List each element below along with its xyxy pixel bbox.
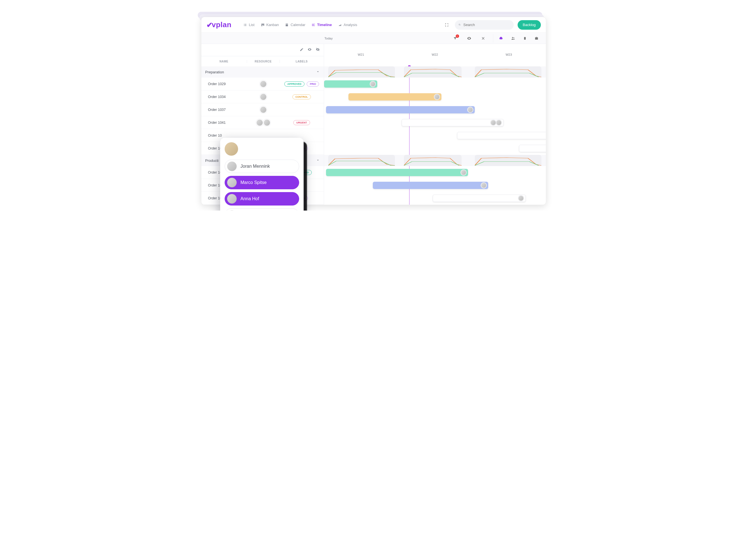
column-headers: NAME RESOURCE LABELS [201, 56, 324, 66]
view-tab-timeline[interactable]: Timeline [311, 23, 332, 27]
view-tab-calendar[interactable]: Calendar [285, 23, 305, 27]
pencil-icon[interactable] [300, 48, 304, 53]
search-input[interactable] [463, 23, 510, 27]
col-labels: LABELS [280, 60, 324, 63]
fullscreen-icon[interactable] [442, 21, 451, 29]
person-name: Joran Mennink [240, 164, 270, 169]
view-tab-kanban[interactable]: Kanban [261, 23, 279, 27]
avatar [260, 80, 267, 88]
avatar [227, 178, 237, 187]
card-icon[interactable] [521, 34, 529, 43]
chevron-down-icon [316, 70, 320, 75]
gantt-bar[interactable] [326, 106, 475, 113]
avatar [481, 183, 487, 188]
chevron-down-icon [316, 158, 320, 163]
label-chip: APPROVED [284, 81, 305, 86]
person-pill[interactable]: Marco Spitse [225, 176, 299, 189]
person-name: Anna Hof [240, 196, 259, 201]
resource-picker-popover: Joran MenninkMarco SpitseAnna HofBruce H… [220, 138, 304, 211]
person-pill[interactable]: Bruce Hansen [225, 208, 299, 211]
row-name: Order 1029 [201, 82, 247, 86]
avatar [256, 119, 263, 126]
label-chip: URGENT [293, 120, 310, 125]
view-tab-analysis[interactable]: Analysis [338, 23, 357, 27]
avatar [260, 106, 267, 113]
svg-rect-2 [524, 37, 526, 39]
subbar: Today 1 [201, 33, 546, 44]
gantt-bar[interactable] [433, 195, 526, 202]
people-icon[interactable] [509, 34, 517, 43]
table-row[interactable]: Order 1029APPROVEDPRIO [201, 78, 324, 90]
group-header[interactable]: Preparation [201, 66, 324, 78]
gantt-bar[interactable] [373, 182, 488, 189]
avatar [461, 170, 466, 175]
avatar [263, 119, 271, 126]
search-box[interactable] [455, 20, 514, 30]
gantt-bar[interactable] [457, 132, 546, 139]
topbar: ✔vplan ListKanbanCalendarTimelineAnalysi… [201, 17, 546, 33]
avatar [467, 107, 473, 112]
avatar [496, 120, 501, 126]
label-chip: CONTROL [292, 95, 311, 99]
week-headers: W21W22W23 [324, 44, 546, 66]
avatar [370, 81, 376, 87]
svg-point-0 [512, 37, 513, 38]
week-header: W23 [472, 44, 546, 66]
col-name: NAME [201, 60, 247, 63]
row-name: Order 1041 [201, 121, 247, 125]
avatar [227, 162, 237, 171]
col-resource: RESOURCE [247, 60, 280, 63]
logo: ✔vplan [206, 21, 232, 29]
avatar [490, 120, 496, 126]
avatar [260, 93, 267, 101]
table-row[interactable]: Order 1041URGENT [201, 116, 324, 129]
eye-icon[interactable] [465, 34, 473, 43]
label-chip: PRIO [307, 81, 319, 86]
filter-icon[interactable]: 1 [451, 34, 459, 43]
search-icon [458, 23, 461, 27]
gantt-area: W21W22W23 [324, 44, 546, 205]
row-name: Order 1037 [201, 108, 247, 112]
table-row[interactable]: Order 1034CONTROL [201, 90, 324, 103]
filter-badge: 1 [456, 34, 459, 38]
backlog-button[interactable]: Backlog [518, 20, 541, 30]
avatar [434, 94, 440, 100]
person-name: Marco Spitse [240, 180, 267, 185]
eye-off-icon[interactable] [316, 47, 320, 53]
row-name: Order 1034 [201, 95, 247, 99]
gantt-bar[interactable] [349, 93, 442, 101]
gantt-bar[interactable] [402, 119, 504, 126]
table-row[interactable]: Order 1037 [201, 103, 324, 116]
selected-avatar [225, 142, 238, 156]
person-pill[interactable]: Joran Mennink [225, 160, 299, 173]
view-tabs: ListKanbanCalendarTimelineAnalysis [243, 23, 357, 27]
gantt-bar[interactable] [519, 145, 546, 152]
eye-icon[interactable] [308, 47, 312, 53]
gantt-bar[interactable] [324, 80, 377, 88]
view-tab-list[interactable]: List [243, 23, 254, 27]
today-label: Today [206, 37, 451, 40]
person-pill[interactable]: Anna Hof [225, 192, 299, 206]
avatar [227, 194, 237, 204]
avatar [227, 210, 237, 211]
tools-icon[interactable] [479, 34, 487, 43]
puzzle-icon[interactable] [497, 34, 506, 43]
avatar [518, 195, 524, 201]
week-header: W22 [398, 44, 472, 66]
week-header: W21 [324, 44, 398, 66]
svg-point-1 [513, 37, 514, 38]
gantt-bar[interactable] [326, 169, 468, 176]
row-name: Order 10 [201, 134, 247, 137]
briefcase-icon[interactable] [533, 34, 541, 43]
